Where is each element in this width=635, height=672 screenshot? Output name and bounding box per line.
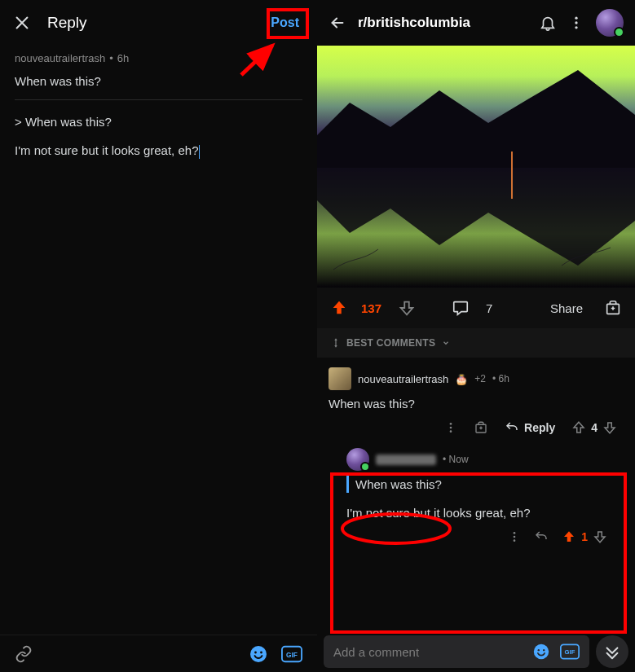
svg-point-20 xyxy=(538,649,540,651)
add-comment-row: Add a comment GIF xyxy=(317,631,635,672)
more-icon[interactable] xyxy=(568,15,584,31)
reply-button[interactable]: Reply xyxy=(505,420,555,435)
user-avatar[interactable] xyxy=(596,9,624,37)
nested-downvote-icon[interactable] xyxy=(593,529,607,544)
comment-score: 4 xyxy=(591,421,598,434)
comment-award-icon[interactable] xyxy=(474,420,488,435)
svg-point-14 xyxy=(450,430,452,433)
nested-score: 1 xyxy=(581,530,588,543)
post-actions-bar: 137 7 Share xyxy=(317,288,635,328)
comment-upvote-icon[interactable] xyxy=(571,420,586,435)
nested-quoted-text: When was this? xyxy=(346,476,615,493)
parent-comment-meta: nouveautrailertrash•6h xyxy=(0,46,317,68)
comments-icon[interactable] xyxy=(452,299,470,317)
emoji-icon[interactable] xyxy=(249,644,268,664)
post-view-pane: r/britishcolumbia xyxy=(317,0,635,672)
cake-icon: 🎂 xyxy=(455,373,468,385)
sort-label: BEST COMMENTS xyxy=(346,337,435,349)
svg-point-18 xyxy=(514,539,516,542)
svg-point-2 xyxy=(260,651,262,653)
svg-point-1 xyxy=(254,651,257,653)
nested-upvote-icon[interactable] xyxy=(562,529,576,544)
nested-reply-actions: 1 xyxy=(346,526,615,546)
sort-icon xyxy=(330,337,342,349)
svg-point-17 xyxy=(514,536,516,538)
svg-point-13 xyxy=(450,427,452,429)
comment-header: nouveautrailertrash 🎂 +2 • 6h xyxy=(329,367,624,390)
nested-reply-body: I'm not sure but it looks great, eh? xyxy=(346,503,615,526)
subreddit-name[interactable]: r/britishcolumbia xyxy=(358,15,527,31)
nested-age: • Now xyxy=(443,454,469,465)
nested-username-redacted xyxy=(376,455,436,465)
post-image[interactable] xyxy=(317,46,635,288)
compose-header: Reply Post xyxy=(0,0,317,46)
nested-more-icon[interactable] xyxy=(508,530,521,543)
reply-textarea[interactable]: I'm not sure but it looks great, eh? xyxy=(0,134,317,169)
nested-avatar[interactable] xyxy=(346,448,369,471)
post-header: r/britishcolumbia xyxy=(317,0,635,46)
add-comment-placeholder: Add a comment xyxy=(333,645,419,659)
nested-reply-icon[interactable] xyxy=(534,529,549,544)
upvote-icon[interactable] xyxy=(330,299,348,317)
parent-age: 6h xyxy=(117,52,129,64)
quoted-line: > When was this? xyxy=(0,100,317,134)
comment-body: When was this? xyxy=(329,390,624,415)
comment: nouveautrailertrash 🎂 +2 • 6h When was t… xyxy=(317,358,635,557)
add-comment-input[interactable]: Add a comment GIF xyxy=(324,635,589,668)
svg-point-21 xyxy=(543,649,545,651)
compose-footer: GIF xyxy=(0,635,317,672)
chevron-down-icon xyxy=(442,339,450,347)
svg-text:GIF: GIF xyxy=(565,648,575,656)
comment-downvote-icon[interactable] xyxy=(602,420,617,435)
svg-text:GIF: GIF xyxy=(286,650,298,658)
svg-point-7 xyxy=(575,26,577,29)
reply-label: Reply xyxy=(524,421,555,434)
gif-icon[interactable]: GIF xyxy=(281,645,302,663)
svg-point-6 xyxy=(575,21,577,24)
post-button[interactable]: Post xyxy=(266,12,304,33)
svg-point-5 xyxy=(575,17,577,20)
nested-reply: • Now When was this? I'm not sure but it… xyxy=(340,440,624,552)
award-icon[interactable] xyxy=(604,299,622,317)
nested-reply-header: • Now xyxy=(346,448,615,471)
sort-bar[interactable]: BEST COMMENTS xyxy=(317,328,635,358)
collapse-button[interactable] xyxy=(596,635,628,668)
comment-more-icon[interactable] xyxy=(444,421,457,434)
svg-point-0 xyxy=(250,646,267,662)
gif-icon[interactable]: GIF xyxy=(560,643,580,661)
comment-avatar[interactable] xyxy=(329,367,351,390)
svg-rect-10 xyxy=(511,152,513,199)
comment-username[interactable]: nouveautrailertrash xyxy=(358,373,448,385)
downvote-icon[interactable] xyxy=(398,299,416,317)
comment-points: +2 xyxy=(474,373,486,384)
reply-draft-text: I'm not sure but it looks great, eh? xyxy=(15,143,198,157)
back-icon[interactable] xyxy=(329,14,346,32)
compose-title: Reply xyxy=(47,14,87,32)
text-cursor xyxy=(199,145,200,159)
close-icon[interactable] xyxy=(13,14,31,32)
svg-point-19 xyxy=(534,644,549,659)
parent-comment-body: When was this? xyxy=(0,68,317,99)
comment-count: 7 xyxy=(486,301,492,315)
comment-actions: Reply 4 xyxy=(329,415,624,440)
link-icon[interactable] xyxy=(15,645,33,663)
svg-point-12 xyxy=(450,423,452,425)
reply-compose-pane: Reply Post nouveautrailertrash•6h When w… xyxy=(0,0,317,672)
parent-username: nouveautrailertrash xyxy=(15,52,105,64)
svg-point-16 xyxy=(514,532,516,534)
comment-age: • 6h xyxy=(492,373,509,384)
emoji-icon[interactable] xyxy=(532,643,550,661)
share-button[interactable]: Share xyxy=(550,301,583,315)
notifications-icon[interactable] xyxy=(539,14,557,32)
post-score: 137 xyxy=(361,301,381,315)
